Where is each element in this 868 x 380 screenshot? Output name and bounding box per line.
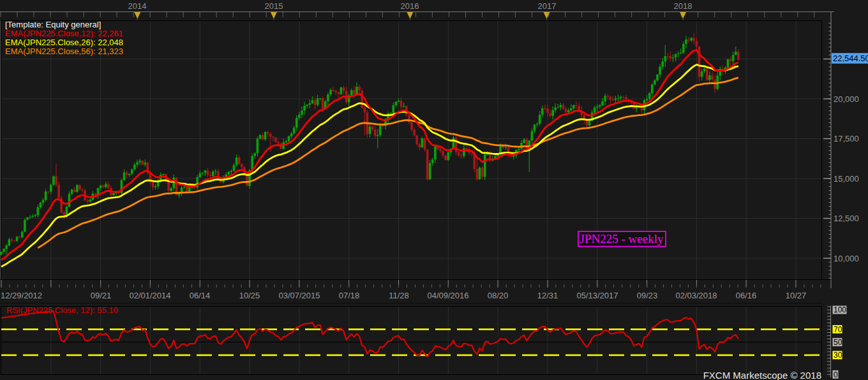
svg-text:2017: 2017 bbox=[538, 1, 557, 11]
svg-text:03/07/2015: 03/07/2015 bbox=[278, 291, 320, 300]
svg-text:11/28: 11/28 bbox=[389, 291, 409, 300]
svg-text:07/18: 07/18 bbox=[339, 291, 360, 300]
svg-text:30: 30 bbox=[834, 351, 842, 360]
svg-text:[Template: Equity general]: [Template: Equity general] bbox=[5, 20, 101, 29]
svg-text:15,000: 15,000 bbox=[834, 174, 859, 184]
svg-text:09/21: 09/21 bbox=[91, 291, 112, 300]
svg-text:JPN225 - weekly: JPN225 - weekly bbox=[580, 232, 664, 245]
svg-text:10/25: 10/25 bbox=[239, 291, 260, 300]
svg-text:EMA(JPN225.Close,12): 22,261: EMA(JPN225.Close,12): 22,261 bbox=[5, 29, 123, 38]
svg-text:2016: 2016 bbox=[401, 1, 419, 11]
svg-text:0: 0 bbox=[834, 370, 838, 379]
svg-text:2018: 2018 bbox=[674, 1, 692, 11]
svg-text:10/27: 10/27 bbox=[786, 291, 807, 300]
svg-text:17,500: 17,500 bbox=[834, 134, 859, 143]
svg-text:12,500: 12,500 bbox=[834, 214, 859, 223]
svg-text:EMA(JPN225.Close,26): 22,048: EMA(JPN225.Close,26): 22,048 bbox=[5, 38, 123, 47]
svg-text:12/31: 12/31 bbox=[537, 291, 558, 300]
svg-text:RSI(JPN225.Close, 12): 55.10: RSI(JPN225.Close, 12): 55.10 bbox=[6, 305, 118, 315]
svg-text:06/16: 06/16 bbox=[736, 291, 757, 300]
svg-text:EMA(JPN225.Close,56): 21,323: EMA(JPN225.Close,56): 21,323 bbox=[5, 47, 123, 56]
svg-text:09/23: 09/23 bbox=[637, 291, 658, 300]
svg-text:08/20: 08/20 bbox=[488, 291, 509, 300]
svg-text:50: 50 bbox=[834, 338, 842, 347]
svg-text:20,000: 20,000 bbox=[834, 94, 859, 104]
svg-text:2015: 2015 bbox=[265, 1, 283, 11]
svg-text:05/13/2017: 05/13/2017 bbox=[576, 291, 618, 300]
svg-text:2014: 2014 bbox=[128, 1, 147, 11]
svg-text:02/01/2014: 02/01/2014 bbox=[129, 291, 170, 300]
svg-text:06/14: 06/14 bbox=[190, 291, 211, 300]
svg-text:22,544.50: 22,544.50 bbox=[833, 54, 868, 63]
svg-text:70: 70 bbox=[834, 325, 842, 334]
svg-text:04/09/2016: 04/09/2016 bbox=[427, 291, 468, 300]
svg-text:FXCM Marketscope © 2018: FXCM Marketscope © 2018 bbox=[703, 370, 821, 380]
svg-text:10,000: 10,000 bbox=[834, 254, 859, 263]
svg-text:12/29/2012: 12/29/2012 bbox=[1, 291, 42, 300]
svg-text:02/03/2018: 02/03/2018 bbox=[675, 291, 717, 300]
svg-text:100: 100 bbox=[834, 305, 846, 314]
